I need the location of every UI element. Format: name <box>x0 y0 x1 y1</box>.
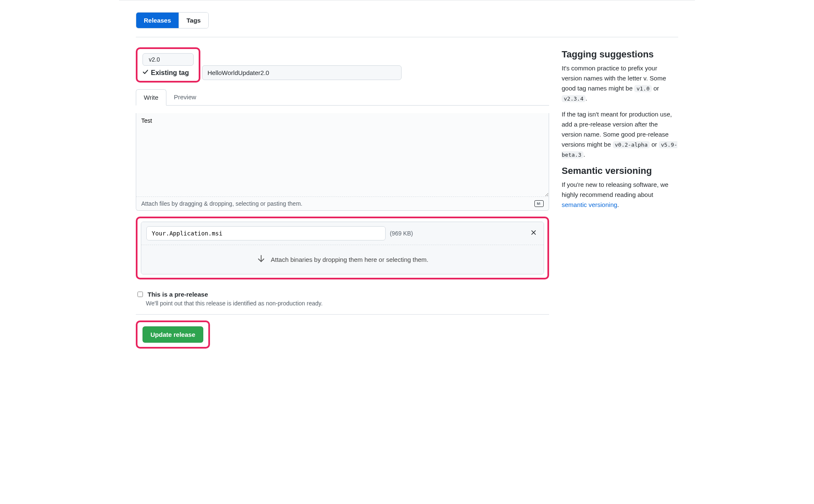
tab-preview[interactable]: Preview <box>166 89 204 105</box>
code-tag-example-2: v2.3.4 <box>562 95 586 102</box>
check-icon <box>143 69 148 77</box>
nav-releases[interactable]: Releases <box>136 13 179 28</box>
binary-size: (969 KB) <box>390 230 524 237</box>
release-title-input[interactable] <box>202 65 402 80</box>
update-release-button[interactable]: Update release <box>143 326 203 343</box>
download-arrow-icon <box>257 254 266 265</box>
binary-filename-input[interactable] <box>146 226 386 240</box>
prerelease-desc: We'll point out that this release is ide… <box>146 300 549 307</box>
binaries-highlight: (969 KB) Attach binaries by dropping the… <box>136 217 549 279</box>
tag-status: Existing tag <box>143 69 194 77</box>
code-prerelease-example-1: v0.2-alpha <box>613 141 650 148</box>
update-button-highlight: Update release <box>136 320 210 349</box>
semver-link[interactable]: semantic versioning <box>562 201 617 208</box>
prerelease-label: This is a pre-release <box>148 291 208 298</box>
binary-drop-hint: Attach binaries by dropping them here or… <box>271 256 428 263</box>
tag-selector[interactable]: v2.0 <box>143 53 194 66</box>
sidebar-tagging-heading: Tagging suggestions <box>562 49 678 60</box>
attach-hint[interactable]: Attach files by dragging & dropping, sel… <box>141 200 302 207</box>
divider <box>136 314 549 315</box>
binary-dropzone[interactable]: Attach binaries by dropping them here or… <box>141 245 544 274</box>
top-nav: Releases Tags <box>136 12 209 28</box>
prerelease-checkbox[interactable] <box>137 292 143 297</box>
release-body-textarea[interactable]: Test <box>136 113 549 197</box>
binary-remove-icon[interactable] <box>529 230 539 237</box>
sidebar-tagging-p1: It's common practice to prefix your vers… <box>562 63 678 103</box>
sidebar-semver-heading: Semantic versioning <box>562 165 678 176</box>
sidebar-semver-p: If you're new to releasing software, we … <box>562 180 678 210</box>
tab-write[interactable]: Write <box>136 89 166 106</box>
nav-tags[interactable]: Tags <box>179 13 208 28</box>
tag-status-label: Existing tag <box>151 69 189 77</box>
editor-tabs: Write Preview <box>136 89 549 106</box>
sidebar-tagging-p2: If the tag isn't meant for production us… <box>562 109 678 160</box>
divider <box>136 37 678 37</box>
tag-group-highlight: v2.0 Existing tag <box>136 47 200 83</box>
markdown-icon[interactable]: M↓ <box>534 200 544 207</box>
code-tag-example-1: v1.0 <box>634 85 651 92</box>
prerelease-row[interactable]: This is a pre-release <box>136 290 549 298</box>
